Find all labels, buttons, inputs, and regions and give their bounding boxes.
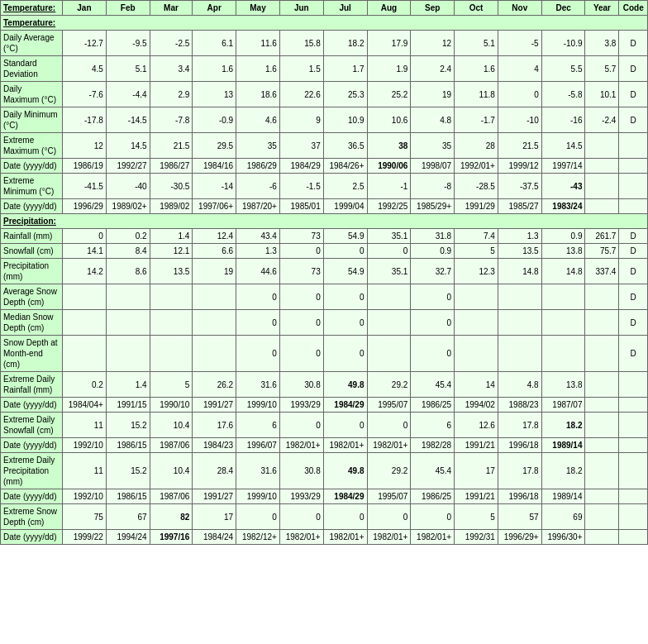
data-cell: 0 [236,310,280,336]
data-cell [585,438,619,453]
data-cell [585,159,619,174]
data-cell: 12.3 [455,259,498,284]
data-cell: 29.2 [367,453,411,489]
row-label-21: Date (yyyy/dd) [1,489,63,504]
row-label-10: Rainfall (mm) [1,229,63,244]
data-cell: 5.7 [585,56,619,82]
data-cell [150,284,193,310]
data-cell: 1992/27 [106,159,150,174]
data-cell: 25.3 [323,82,367,107]
table-row: Daily Maximum (°C)-7.6-4.42.91318.622.62… [1,82,648,107]
data-cell: 11.8 [455,82,498,107]
row-label-16: Extreme Daily Rainfall (mm) [1,372,63,398]
table-row: Precipitation (mm)14.28.613.51944.67354.… [1,259,648,284]
data-cell [63,310,107,336]
header-may: May [236,1,280,16]
data-cell [619,372,648,398]
row-label-4: Daily Minimum (°C) [1,107,63,133]
data-cell: 82 [150,504,193,530]
data-cell: 0 [63,229,107,244]
data-cell: 1.3 [498,229,541,244]
data-cell [619,530,648,545]
data-cell [498,336,541,372]
data-cell [585,133,619,159]
data-cell: 1992/31 [455,530,498,545]
data-cell: 30.8 [279,372,323,398]
data-cell: 73 [279,229,323,244]
data-cell: -10 [498,107,541,133]
data-cell [367,284,411,310]
data-cell: -41.5 [63,174,107,199]
data-cell [106,310,150,336]
data-cell: -16 [541,107,585,133]
table-row: Date (yyyy/dd)1986/191992/271986/271984/… [1,159,648,174]
data-cell: 1995/07 [367,398,411,413]
data-cell: 1999/22 [63,530,107,545]
data-cell: 1987/06 [150,489,193,504]
data-cell: D [619,259,648,284]
data-cell: 69 [541,504,585,530]
data-cell: 1.6 [236,56,280,82]
data-cell: 35 [236,133,280,159]
data-cell: 19 [193,259,236,284]
data-cell [585,310,619,336]
data-cell: 337.4 [585,259,619,284]
data-cell: 18.2 [323,31,367,56]
data-cell [367,310,411,336]
row-label-11: Snowfall (cm) [1,244,63,259]
row-label-22: Extreme Snow Depth (cm) [1,504,63,530]
data-cell: 1.6 [193,56,236,82]
data-cell: 1986/25 [411,489,455,504]
data-cell: 7.4 [455,229,498,244]
data-cell: 10.1 [585,82,619,107]
data-cell: 35 [411,133,455,159]
data-cell: 12.1 [150,244,193,259]
data-cell: -9.5 [106,31,150,56]
data-cell: 1984/26+ [323,159,367,174]
data-cell: 9 [279,107,323,133]
data-cell: 8.4 [106,244,150,259]
data-cell: 17 [193,504,236,530]
data-cell [150,336,193,372]
section-header-0: Temperature: [1,16,648,31]
data-cell: -6 [236,174,280,199]
data-cell: 31.6 [236,453,280,489]
data-cell: 4.5 [63,56,107,82]
data-cell: 1998/07 [411,159,455,174]
data-cell: 44.6 [236,259,280,284]
data-cell: 1984/29 [323,489,367,504]
data-cell: 14.5 [106,133,150,159]
data-cell: 31.8 [411,229,455,244]
data-cell: D [619,284,648,310]
data-cell: 1999/04 [323,199,367,214]
row-label-12: Precipitation (mm) [1,259,63,284]
data-cell: 2.4 [411,56,455,82]
data-cell: 1982/01+ [279,530,323,545]
data-cell: 2.9 [150,82,193,107]
table-row: Extreme Daily Rainfall (mm)0.21.4526.231… [1,372,648,398]
header-aug: Aug [367,1,411,16]
data-cell: 1987/20+ [236,199,280,214]
row-label-18: Extreme Daily Snowfall (cm) [1,413,63,438]
data-cell: 0.9 [541,229,585,244]
data-cell: 3.8 [585,31,619,56]
data-cell: 0 [236,284,280,310]
table-row: Median Snow Depth (cm)0000D [1,310,648,336]
data-cell: 1993/29 [279,489,323,504]
table-row: Date (yyyy/dd)1984/04+1991/151990/101991… [1,398,648,413]
data-cell: -2.5 [150,31,193,56]
data-cell: 32.7 [411,259,455,284]
data-cell: 1985/29+ [411,199,455,214]
data-cell: 1986/15 [106,438,150,453]
data-cell: 1986/25 [411,398,455,413]
data-cell: 14 [455,372,498,398]
data-cell [619,413,648,438]
row-label-14: Median Snow Depth (cm) [1,310,63,336]
data-cell [541,284,585,310]
data-cell: 14.8 [541,259,585,284]
data-cell: 1.6 [455,56,498,82]
data-cell: 26.2 [193,372,236,398]
data-cell [585,489,619,504]
data-cell: -1.5 [279,174,323,199]
data-cell: 29.5 [193,133,236,159]
